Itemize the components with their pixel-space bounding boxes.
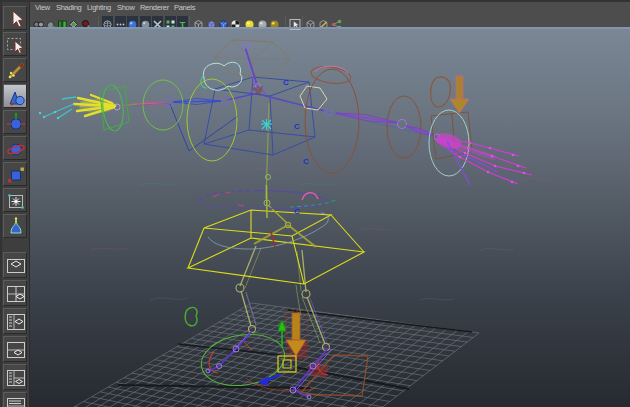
svg-text:C: C bbox=[294, 122, 300, 131]
svg-text:C: C bbox=[283, 78, 289, 87]
svg-text:C: C bbox=[303, 157, 309, 166]
svg-text:C: C bbox=[294, 207, 300, 216]
